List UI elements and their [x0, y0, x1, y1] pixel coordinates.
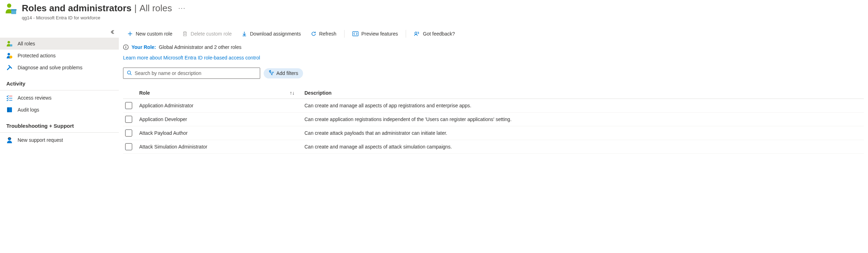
sidebar-item-access-reviews[interactable]: Access reviews [0, 92, 119, 104]
add-filters-button[interactable]: Add filters [264, 68, 303, 78]
shield-person-icon [6, 52, 13, 59]
svg-point-0 [7, 4, 11, 8]
sidebar-item-label: Access reviews [18, 95, 51, 101]
sidebar-section-activity: Activity [0, 74, 119, 90]
checklist-icon [6, 95, 13, 101]
new-custom-role-button[interactable]: New custom role [123, 29, 176, 39]
sidebar-item-label: Protected actions [18, 53, 56, 58]
download-icon [242, 31, 247, 37]
sidebar: All roles Protected actions [0, 26, 119, 154]
toolbar-separator [344, 30, 345, 38]
toolbar-separator [406, 30, 406, 38]
sidebar-item-new-support-request[interactable]: New support request [0, 134, 119, 146]
svg-rect-13 [353, 32, 358, 36]
sidebar-item-audit-logs[interactable]: Audit logs [0, 104, 119, 116]
more-menu-icon[interactable]: ··· [178, 5, 186, 12]
svg-point-5 [8, 53, 10, 56]
your-role-label: Your Role: [131, 44, 156, 50]
wrench-icon [6, 64, 13, 71]
filter-icon [269, 70, 274, 77]
svg-rect-11 [8, 107, 8, 112]
sidebar-item-label: All roles [18, 41, 35, 46]
row-checkbox[interactable] [125, 116, 132, 123]
search-input[interactable] [135, 70, 256, 76]
feedback-icon [414, 31, 420, 37]
download-assignments-button[interactable]: Download assignments [237, 29, 305, 39]
sidebar-item-label: Diagnose and solve problems [18, 65, 82, 70]
book-icon [6, 107, 13, 113]
row-checkbox[interactable] [125, 102, 132, 109]
toolbar-label: Download assignments [250, 31, 301, 37]
your-role-value: Global Administrator and 2 other roles [159, 44, 242, 50]
info-icon [123, 44, 129, 50]
refresh-button[interactable]: Refresh [307, 29, 341, 39]
column-header-description[interactable]: Description [304, 90, 864, 96]
refresh-icon [311, 31, 316, 37]
sidebar-section-troubleshoot: Troubleshooting + Support [0, 116, 119, 133]
role-description-cell: Can create and manage all aspects of app… [304, 103, 864, 108]
learn-more-link[interactable]: Learn more about Microsoft Entra ID role… [123, 52, 864, 68]
command-bar: New custom role Delete custom role Downl… [123, 29, 864, 42]
role-description-cell: Can create and manage all aspects of att… [304, 144, 864, 150]
role-name-cell: Application Developer [139, 116, 304, 122]
sidebar-item-label: Audit logs [18, 107, 39, 113]
svg-rect-4 [10, 44, 12, 46]
toolbar-label: New custom role [136, 31, 172, 37]
role-name-cell: Application Administrator [139, 103, 304, 108]
trash-icon [182, 31, 188, 37]
preview-features-button[interactable]: Preview features [348, 29, 402, 39]
your-role-bar: Your Role: Global Administrator and 2 ot… [123, 42, 864, 52]
search-icon [127, 70, 132, 76]
svg-point-16 [126, 46, 126, 46]
table-row[interactable]: Application Developer Can create applica… [123, 113, 864, 126]
page-header: Roles and administrators | All roles ···… [0, 0, 868, 26]
support-person-icon [6, 137, 13, 143]
tenant-subtitle: qg14 - Microsoft Entra ID for workforce [22, 15, 864, 20]
svg-point-18 [128, 71, 131, 74]
sidebar-item-protected-actions[interactable]: Protected actions [0, 50, 119, 62]
toolbar-label: Got feedback? [423, 31, 455, 37]
page-title: Roles and administrators [22, 3, 131, 14]
svg-point-3 [8, 41, 10, 44]
header-avatar-icon [4, 3, 17, 15]
preview-icon [352, 31, 359, 36]
role-name-cell: Attack Simulation Administrator [139, 144, 304, 150]
role-name-cell: Attack Payload Author [139, 130, 304, 136]
delete-custom-role-button: Delete custom role [178, 29, 236, 39]
plus-icon [127, 31, 133, 37]
collapse-sidebar-icon[interactable] [110, 30, 115, 36]
svg-point-6 [9, 56, 12, 58]
svg-line-19 [130, 74, 132, 75]
svg-rect-17 [126, 47, 126, 49]
table-row[interactable]: Attack Simulation Administrator Can crea… [123, 140, 864, 154]
title-separator: | [134, 3, 137, 14]
svg-rect-2 [11, 9, 17, 11]
got-feedback-button[interactable]: Got feedback? [410, 29, 459, 39]
table-row[interactable]: Attack Payload Author Can create attack … [123, 126, 864, 140]
table-header: Role ↑↓ Description [123, 87, 864, 99]
sort-icon: ↑↓ [290, 90, 295, 96]
sidebar-item-diagnose[interactable]: Diagnose and solve problems [0, 62, 119, 74]
add-filters-label: Add filters [276, 70, 298, 76]
main-content: New custom role Delete custom role Downl… [119, 26, 868, 154]
toolbar-label: Preview features [361, 31, 398, 37]
row-checkbox[interactable] [125, 143, 132, 150]
sidebar-item-all-roles[interactable]: All roles [0, 38, 119, 50]
roles-table: Role ↑↓ Description Application Administ… [123, 87, 864, 154]
role-description-cell: Can create application registrations ind… [304, 116, 864, 122]
row-checkbox[interactable] [125, 129, 132, 137]
table-row[interactable]: Application Administrator Can create and… [123, 99, 864, 113]
column-header-role[interactable]: Role ↑↓ [139, 90, 304, 96]
sidebar-item-label: New support request [18, 137, 63, 143]
svg-point-14 [415, 32, 417, 34]
page-subtitle: All roles [140, 3, 172, 14]
toolbar-label: Refresh [319, 31, 336, 37]
role-description-cell: Can create attack payloads that an admin… [304, 130, 864, 136]
filter-row: Add filters [123, 68, 864, 79]
search-box[interactable] [123, 68, 260, 79]
toolbar-label: Delete custom role [191, 31, 232, 37]
person-icon [6, 40, 13, 47]
